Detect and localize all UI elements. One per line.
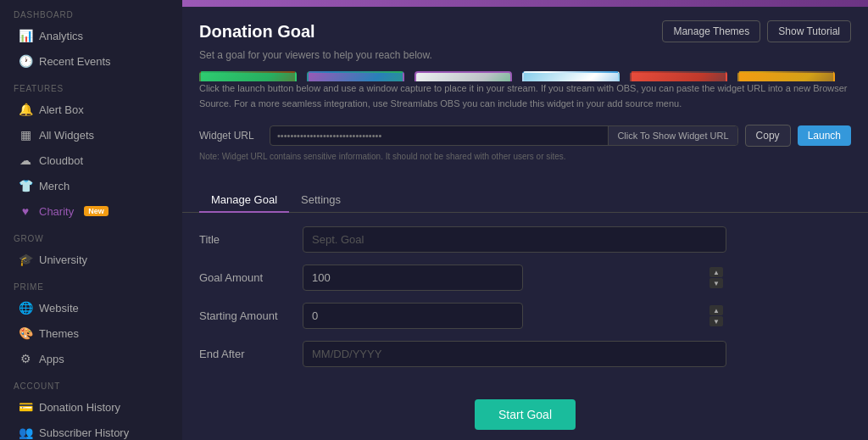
sidebar-item-website[interactable]: 🌐 Website (5, 296, 177, 320)
analytics-icon: 📊 (19, 29, 32, 42)
grow-section-label: Grow (0, 224, 182, 247)
sidebar-item-donation-history-label: Donation History (39, 401, 120, 414)
widget-thumb-5 (630, 71, 727, 81)
goal-amount-spinner: ▲ ▼ (709, 267, 723, 288)
top-banner (182, 0, 868, 7)
all-widgets-icon: ▦ (19, 128, 32, 142)
form-goal-amount-field: ▲ ▼ (303, 265, 726, 291)
form-end-after-field (303, 341, 726, 367)
widget-url-input[interactable] (270, 126, 608, 145)
sidebar-item-cloudbot[interactable]: ☁ Cloudbot (5, 148, 177, 172)
start-goal-wrap: Start Goal (182, 393, 868, 440)
prime-section-label: Prime (0, 272, 182, 295)
header-actions: Manage Themes Show Tutorial (662, 20, 851, 42)
copy-button[interactable]: Copy (745, 125, 791, 147)
sidebar-item-donation-history[interactable]: 💳 Donation History (5, 395, 177, 419)
start-goal-button[interactable]: Start Goal (475, 399, 576, 430)
sidebar-item-charity-label: Charity (39, 205, 74, 218)
sidebar-item-recent-events-label: Recent Events (39, 55, 111, 68)
manage-themes-button[interactable]: Manage Themes (662, 20, 760, 42)
form-starting-amount-field: ▲ ▼ (303, 303, 726, 329)
charity-icon: ♥ (19, 204, 32, 218)
goal-amount-decrement[interactable]: ▼ (709, 278, 723, 288)
widget-previews: Villager Leaf Widgets by Purple Bloom St… (182, 71, 868, 81)
apps-icon: ⚙ (19, 352, 32, 365)
widget-url-row: Widget URL Click To Show Widget URL Copy… (182, 121, 868, 150)
alert-box-icon: 🔔 (19, 103, 32, 116)
sidebar-item-merch[interactable]: 👕 Merch (5, 174, 177, 198)
launch-button[interactable]: Launch (798, 125, 851, 146)
account-section-label: Account (0, 371, 182, 394)
sidebar-item-recent-events[interactable]: 🕐 Recent Events (5, 49, 177, 73)
page-subtitle: Set a goal for your viewers to help you … (182, 49, 868, 71)
form-row-title: Title (199, 226, 851, 253)
tab-settings[interactable]: Settings (289, 188, 353, 213)
sidebar-item-university-label: University (39, 253, 87, 266)
sidebar-item-merch-label: Merch (39, 180, 70, 192)
page-title: Donation Goal (199, 22, 315, 42)
sidebar-item-analytics[interactable]: 📊 Analytics (5, 24, 177, 47)
main-content: Donation Goal Manage Themes Show Tutoria… (182, 0, 868, 440)
form-title-field (303, 226, 726, 253)
sidebar-item-all-widgets-label: All Widgets (39, 129, 94, 142)
sidebar-item-cloudbot-label: Cloudbot (39, 154, 83, 167)
widget-url-input-wrap: Click To Show Widget URL (270, 125, 738, 146)
widget-thumb-1 (199, 71, 297, 81)
sidebar: Dashboard 📊 Analytics 🕐 Recent Events Fe… (0, 0, 182, 440)
sidebar-item-subscriber-history-label: Subscriber History (39, 426, 129, 439)
dashboard-section-label: Dashboard (0, 0, 182, 23)
starting-amount-increment[interactable]: ▲ (709, 305, 723, 315)
subscriber-history-icon: 👥 (19, 426, 32, 439)
page-header: Donation Goal Manage Themes Show Tutoria… (182, 7, 868, 49)
sidebar-item-all-widgets[interactable]: ▦ All Widgets (5, 123, 177, 147)
form-end-after-input[interactable] (303, 341, 726, 367)
website-icon: 🌐 (19, 301, 32, 315)
sidebar-item-themes-label: Themes (39, 327, 79, 340)
form-title-input[interactable] (303, 226, 726, 253)
starting-amount-spinner-wrap: ▲ ▼ (303, 303, 726, 329)
sidebar-item-apps-label: Apps (39, 353, 64, 365)
donation-history-icon: 💳 (19, 400, 32, 414)
sidebar-item-website-label: Website (39, 302, 79, 315)
form-title-label: Title (199, 226, 292, 246)
form-row-end-after: End After (199, 341, 851, 367)
goal-amount-increment[interactable]: ▲ (709, 267, 723, 277)
goal-amount-spinner-wrap: ▲ ▼ (303, 265, 726, 291)
widget-thumb-6 (737, 71, 835, 81)
widget-thumb-4 (522, 71, 620, 81)
merch-icon: 👕 (19, 179, 32, 192)
tab-manage-goal[interactable]: Manage Goal (199, 188, 289, 213)
sidebar-item-alert-box[interactable]: 🔔 Alert Box (5, 97, 177, 121)
sidebar-item-subscriber-history[interactable]: 👥 Subscriber History (5, 421, 177, 440)
form-starting-amount-label: Starting Amount (199, 303, 292, 322)
show-tutorial-button[interactable]: Show Tutorial (767, 20, 851, 42)
instruction-text: Click the launch button below and use a … (182, 81, 868, 121)
form-end-after-label: End After (199, 341, 292, 360)
show-widget-url-button[interactable]: Click To Show Widget URL (608, 126, 737, 145)
url-note: Note: Widget URL contains sensitive info… (182, 150, 868, 168)
recent-events-icon: 🕐 (19, 54, 32, 68)
charity-new-badge: New (84, 206, 108, 216)
form-section: Title Goal Amount ▲ ▼ Starting Amount (182, 213, 868, 393)
sidebar-item-university[interactable]: 🎓 University (5, 248, 177, 271)
form-goal-amount-input[interactable] (303, 265, 523, 291)
widget-thumb-3 (415, 71, 512, 81)
form-row-starting-amount: Starting Amount ▲ ▼ (199, 303, 851, 329)
sidebar-item-alert-box-label: Alert Box (39, 103, 84, 116)
themes-icon: 🎨 (19, 326, 32, 340)
widget-thumb-2 (307, 71, 404, 81)
features-section-label: Features (0, 74, 182, 97)
starting-amount-decrement[interactable]: ▼ (709, 316, 723, 326)
sidebar-item-themes[interactable]: 🎨 Themes (5, 321, 177, 345)
form-goal-amount-label: Goal Amount (199, 265, 292, 284)
form-starting-amount-input[interactable] (303, 303, 523, 329)
sidebar-item-analytics-label: Analytics (39, 30, 83, 42)
university-icon: 🎓 (19, 253, 32, 266)
sidebar-item-charity[interactable]: ♥ Charity New (5, 199, 177, 223)
tabs-row: Manage Goal Settings (182, 181, 868, 213)
cloudbot-icon: ☁ (19, 153, 32, 167)
form-row-goal-amount: Goal Amount ▲ ▼ (199, 265, 851, 291)
sidebar-item-apps[interactable]: ⚙ Apps (5, 347, 177, 370)
widget-url-label: Widget URL (199, 130, 263, 142)
starting-amount-spinner: ▲ ▼ (709, 305, 723, 326)
